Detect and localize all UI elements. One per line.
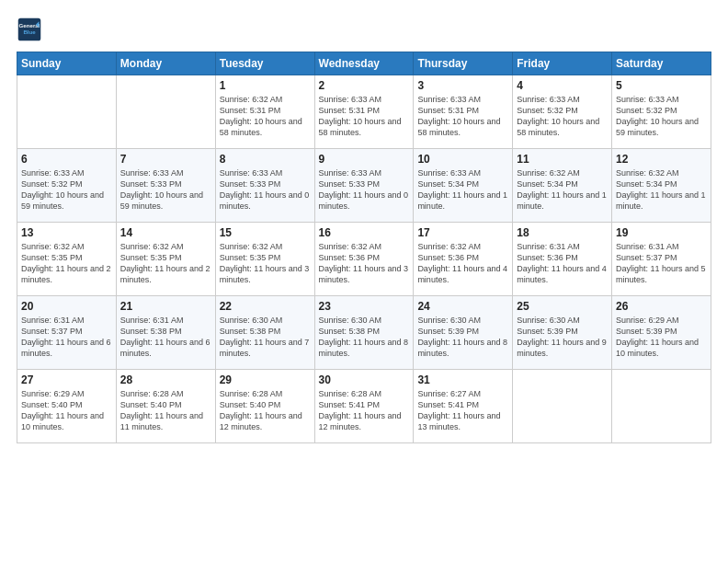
day-info: Sunrise: 6:28 AM: [220, 388, 311, 399]
day-number: 3: [417, 79, 508, 92]
day-info: Sunrise: 6:29 AM: [21, 388, 112, 399]
day-info: Sunrise: 6:28 AM: [319, 388, 410, 399]
calendar-cell: [17, 75, 117, 149]
day-number: 9: [319, 153, 410, 166]
day-info: Daylight: 10 hours and 59 minutes.: [120, 190, 211, 212]
calendar-cell: [116, 75, 215, 149]
calendar-cell: 19Sunrise: 6:31 AMSunset: 5:37 PMDayligh…: [612, 223, 711, 296]
day-number: 19: [616, 226, 707, 239]
day-info: Sunset: 5:35 PM: [21, 252, 112, 263]
day-info: Daylight: 11 hours and 6 minutes.: [21, 337, 112, 359]
day-number: 13: [21, 226, 112, 239]
calendar: SundayMondayTuesdayWednesdayThursdayFrid…: [17, 52, 711, 443]
day-number: 2: [319, 79, 410, 92]
day-info: Sunrise: 6:33 AM: [319, 94, 410, 105]
day-info: Sunrise: 6:33 AM: [417, 94, 508, 105]
calendar-cell: 25Sunrise: 6:30 AMSunset: 5:39 PMDayligh…: [513, 296, 612, 370]
day-number: 6: [21, 153, 112, 166]
day-info: Sunset: 5:33 PM: [120, 178, 211, 190]
day-number: 30: [319, 373, 410, 386]
day-info: Daylight: 11 hours and 2 minutes.: [120, 263, 211, 285]
calendar-cell: 21Sunrise: 6:31 AMSunset: 5:38 PMDayligh…: [116, 296, 215, 370]
day-number: 20: [21, 300, 112, 313]
day-info: Sunrise: 6:30 AM: [517, 315, 608, 326]
day-info: Sunset: 5:31 PM: [319, 105, 410, 116]
day-info: Sunset: 5:37 PM: [21, 326, 112, 337]
calendar-cell: 7Sunrise: 6:33 AMSunset: 5:33 PMDaylight…: [116, 149, 215, 223]
day-info: Daylight: 11 hours and 11 minutes.: [120, 410, 211, 432]
calendar-cell: 13Sunrise: 6:32 AMSunset: 5:35 PMDayligh…: [17, 223, 117, 296]
day-number: 14: [120, 226, 211, 239]
day-info: Daylight: 11 hours and 12 minutes.: [319, 410, 410, 432]
day-info: Sunrise: 6:27 AM: [417, 388, 508, 399]
day-info: Daylight: 11 hours and 3 minutes.: [319, 263, 410, 285]
day-info: Sunrise: 6:33 AM: [319, 167, 410, 178]
day-info: Sunset: 5:31 PM: [417, 105, 508, 116]
day-info: Sunrise: 6:29 AM: [616, 315, 707, 326]
day-number: 28: [120, 373, 211, 386]
day-info: Sunset: 5:32 PM: [616, 105, 707, 116]
day-number: 16: [319, 226, 410, 239]
calendar-cell: 4Sunrise: 6:33 AMSunset: 5:32 PMDaylight…: [513, 75, 612, 149]
day-info: Daylight: 10 hours and 59 minutes.: [616, 116, 707, 138]
day-info: Daylight: 10 hours and 58 minutes.: [417, 116, 508, 138]
calendar-cell: 2Sunrise: 6:33 AMSunset: 5:31 PMDaylight…: [314, 75, 414, 149]
day-info: Sunrise: 6:32 AM: [616, 167, 707, 178]
calendar-cell: 30Sunrise: 6:28 AMSunset: 5:41 PMDayligh…: [314, 370, 414, 443]
day-info: Daylight: 11 hours and 10 minutes.: [21, 410, 112, 432]
calendar-cell: 23Sunrise: 6:30 AMSunset: 5:38 PMDayligh…: [314, 296, 414, 370]
day-number: 21: [120, 300, 211, 313]
day-info: Sunset: 5:40 PM: [220, 399, 311, 410]
day-info: Sunset: 5:35 PM: [120, 252, 211, 263]
calendar-cell: 28Sunrise: 6:28 AMSunset: 5:40 PMDayligh…: [116, 370, 215, 443]
day-info: Sunset: 5:38 PM: [220, 326, 311, 337]
day-number: 8: [220, 153, 311, 166]
day-info: Sunrise: 6:32 AM: [517, 167, 608, 178]
day-info: Sunrise: 6:32 AM: [120, 241, 211, 252]
day-info: Sunrise: 6:33 AM: [417, 167, 508, 178]
calendar-cell: 3Sunrise: 6:33 AMSunset: 5:31 PMDaylight…: [414, 75, 513, 149]
calendar-cell: 29Sunrise: 6:28 AMSunset: 5:40 PMDayligh…: [215, 370, 314, 443]
day-number: 4: [517, 79, 608, 92]
day-info: Sunrise: 6:30 AM: [220, 315, 311, 326]
calendar-cell: 26Sunrise: 6:29 AMSunset: 5:39 PMDayligh…: [612, 296, 711, 370]
weekday-header-tuesday: Tuesday: [215, 52, 314, 75]
calendar-cell: 9Sunrise: 6:33 AMSunset: 5:33 PMDaylight…: [314, 149, 414, 223]
day-info: Sunset: 5:36 PM: [517, 252, 608, 263]
calendar-cell: 20Sunrise: 6:31 AMSunset: 5:37 PMDayligh…: [17, 296, 117, 370]
day-info: Sunset: 5:40 PM: [120, 399, 211, 410]
logo: General Blue: [17, 17, 46, 42]
day-info: Sunset: 5:39 PM: [616, 326, 707, 337]
day-info: Sunset: 5:32 PM: [517, 105, 608, 116]
day-info: Sunrise: 6:31 AM: [21, 315, 112, 326]
day-info: Daylight: 11 hours and 4 minutes.: [517, 263, 608, 285]
day-info: Sunset: 5:39 PM: [417, 326, 508, 337]
day-info: Daylight: 11 hours and 8 minutes.: [417, 337, 508, 359]
day-info: Daylight: 11 hours and 1 minute.: [517, 190, 608, 212]
day-info: Sunrise: 6:28 AM: [120, 388, 211, 399]
day-info: Daylight: 11 hours and 10 minutes.: [616, 337, 707, 359]
day-info: Sunrise: 6:33 AM: [517, 94, 608, 105]
day-info: Sunset: 5:32 PM: [21, 178, 112, 190]
day-number: 25: [517, 300, 608, 313]
day-number: 26: [616, 300, 707, 313]
calendar-cell: [513, 370, 612, 443]
day-number: 11: [517, 153, 608, 166]
day-info: Daylight: 11 hours and 6 minutes.: [120, 337, 211, 359]
day-info: Daylight: 10 hours and 59 minutes.: [21, 190, 112, 212]
day-info: Sunset: 5:31 PM: [220, 105, 311, 116]
day-number: 22: [220, 300, 311, 313]
day-info: Sunrise: 6:33 AM: [616, 94, 707, 105]
day-info: Sunrise: 6:30 AM: [417, 315, 508, 326]
day-info: Sunset: 5:38 PM: [120, 326, 211, 337]
day-info: Sunset: 5:34 PM: [517, 178, 608, 190]
day-number: 10: [417, 153, 508, 166]
day-number: 12: [616, 153, 707, 166]
day-info: Daylight: 11 hours and 3 minutes.: [220, 263, 311, 285]
weekday-header-monday: Monday: [116, 52, 215, 75]
day-info: Daylight: 11 hours and 13 minutes.: [417, 410, 508, 432]
day-info: Daylight: 11 hours and 4 minutes.: [417, 263, 508, 285]
weekday-header-saturday: Saturday: [612, 52, 711, 75]
day-info: Sunset: 5:33 PM: [319, 178, 410, 190]
day-info: Daylight: 11 hours and 8 minutes.: [319, 337, 410, 359]
